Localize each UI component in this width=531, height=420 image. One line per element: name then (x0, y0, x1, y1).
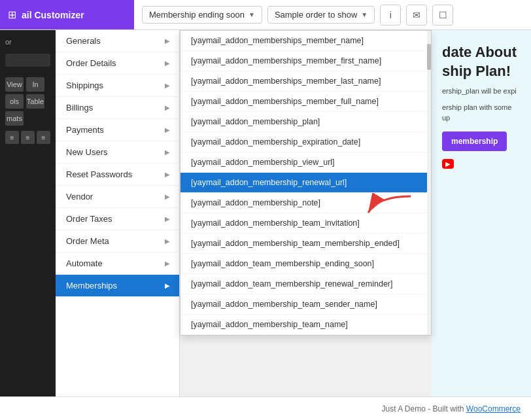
sidebar-toggle[interactable] (5, 54, 50, 67)
brand-bar: ⊞ ail Customizer (0, 0, 134, 29)
formats-tool[interactable]: mats (5, 111, 24, 126)
tool-row-3: mats (5, 111, 50, 126)
arrow-icon: ▶ (165, 60, 170, 67)
sidebar-tools: View In ols Table mats (0, 72, 56, 131)
sample-order-dropdown[interactable]: Sample order to show ▼ (267, 6, 375, 24)
arrow-icon: ▶ (165, 104, 170, 111)
submenu-item[interactable]: [yaymail_addon_memberships_member_first_… (180, 51, 431, 71)
menu-item-payments[interactable]: Payments▶ (56, 119, 179, 141)
youtube-icon: ▶ (442, 159, 454, 169)
insert-tool[interactable]: In (26, 77, 44, 92)
menu-item-automate[interactable]: Automate▶ (56, 253, 179, 275)
membership-button[interactable]: membership (442, 131, 507, 151)
arrow-icon: ▶ (165, 282, 170, 289)
submenu-item[interactable]: [yaymail_addon_membership_expiration_dat… (180, 132, 431, 152)
info-button[interactable]: i (380, 5, 401, 26)
file-button[interactable]: ☐ (432, 5, 453, 26)
bottom-bar: Just A Demo - Built with WooCommerce (0, 396, 531, 420)
align-row: ≡ ≡ ≡ (0, 131, 56, 144)
table-tool[interactable]: Table (26, 94, 44, 109)
scrollbar-thumb (427, 44, 431, 70)
menu-item-billings[interactable]: Billings▶ (56, 97, 179, 119)
arrow-icon: ▶ (165, 215, 170, 222)
submenu-item[interactable]: [yaymail_addon_membership_team_invitatio… (180, 213, 431, 234)
menu-item-shippings[interactable]: Shippings▶ (56, 75, 179, 97)
menu-item-reset-passwords[interactable]: Reset Passwords▶ (56, 164, 179, 186)
grid-icon: ⊞ (8, 9, 16, 21)
menu-panel: Generals▶Order Details▶Shippings▶Billing… (56, 30, 180, 420)
mail-icon: ✉ (413, 10, 420, 20)
youtube-logo: ▶ (442, 159, 521, 169)
menu-item-order-meta[interactable]: Order Meta▶ (56, 230, 179, 253)
tool-row-2: ols Table (5, 94, 50, 109)
menu-item-order-details[interactable]: Order Details▶ (56, 52, 179, 75)
mail-button[interactable]: ✉ (406, 5, 427, 26)
left-sidebar: or View In ols Table mats ≡ ≡ ≡ (0, 30, 56, 420)
arrow-icon: ▶ (165, 82, 170, 89)
align-btn-2[interactable]: ≡ (21, 131, 35, 144)
right-content-area: date About ship Plan! ership_plan will b… (432, 30, 531, 420)
view-tool[interactable]: View (5, 77, 24, 92)
menu-item-vendor[interactable]: Vendor▶ (56, 186, 179, 208)
submenu-item[interactable]: [yaymail_addon_memberships_member_last_n… (180, 71, 431, 92)
tool-row-1: View In (5, 77, 50, 92)
arrow-icon: ▶ (165, 37, 170, 44)
align-btn-1[interactable]: ≡ (5, 131, 19, 144)
submenu-item[interactable]: [yaymail_addon_team_membership_renewal_r… (180, 274, 431, 294)
arrow-icon: ▶ (165, 193, 170, 200)
menu-item-order-taxes[interactable]: Order Taxes▶ (56, 208, 179, 230)
woocommerce-link[interactable]: WooCommerce (466, 404, 521, 413)
content-desc-2: ership plan with some up (442, 102, 521, 124)
submenu-item[interactable]: [yaymail_addon_membership_note] (180, 193, 431, 213)
submenu-item[interactable]: [yaymail_addon_membership_team_sender_na… (180, 294, 431, 315)
chevron-down-icon: ▼ (361, 11, 368, 18)
menu-item-memberships[interactable]: Memberships▶ (56, 275, 179, 297)
arrow-icon: ▶ (165, 260, 170, 267)
email-type-dropdown[interactable]: Membership ending soon ▼ (142, 6, 262, 24)
content-desc-1: ership_plan will be expi (442, 86, 521, 97)
arrow-icon: ▶ (165, 149, 170, 156)
app-title: ail Customizer (22, 10, 84, 20)
arrow-icon: ▶ (165, 171, 170, 178)
submenu-item[interactable]: [yaymail_addon_memberships_member_full_n… (180, 92, 431, 112)
submenu-scroll[interactable]: [yaymail_addon_memberships_member_name][… (180, 31, 431, 335)
file-icon: ☐ (439, 10, 447, 20)
submenu-scrollbar[interactable] (427, 31, 431, 335)
arrow-icon: ▶ (165, 126, 170, 133)
content-title: date About ship Plan! (442, 43, 521, 80)
submenu-item[interactable]: [yaymail_addon_membership_team_name] (180, 315, 431, 335)
top-bar: ⊞ ail Customizer Membership ending soon … (0, 0, 531, 30)
sidebar-label: or (0, 30, 56, 48)
menu-item-new-users[interactable]: New Users▶ (56, 141, 179, 164)
submenu-item[interactable]: [yaymail_addon_membership_plan] (180, 112, 431, 132)
submenu-item[interactable]: [yaymail_addon_membership_team_membershi… (180, 234, 431, 254)
submenu-item[interactable]: [yaymail_addon_membership_renewal_url] (180, 173, 431, 193)
bottom-text: Just A Demo - Built with (381, 404, 464, 413)
right-content-inner: date About ship Plan! ership_plan will b… (432, 30, 531, 182)
submenu-overlay: [yaymail_addon_memberships_member_name][… (180, 30, 432, 336)
top-controls: Membership ending soon ▼ Sample order to… (134, 5, 461, 26)
chevron-down-icon: ▼ (248, 11, 255, 18)
menu-item-generals[interactable]: Generals▶ (56, 30, 179, 52)
submenu-item[interactable]: [yaymail_addon_team_membership_ending_so… (180, 254, 431, 274)
submenu-item[interactable]: [yaymail_addon_membership_view_url] (180, 152, 431, 173)
tools-tool[interactable]: ols (5, 94, 24, 109)
submenu-item[interactable]: [yaymail_addon_memberships_member_name] (180, 31, 431, 51)
align-btn-3[interactable]: ≡ (37, 131, 50, 144)
arrow-icon: ▶ (165, 237, 170, 245)
